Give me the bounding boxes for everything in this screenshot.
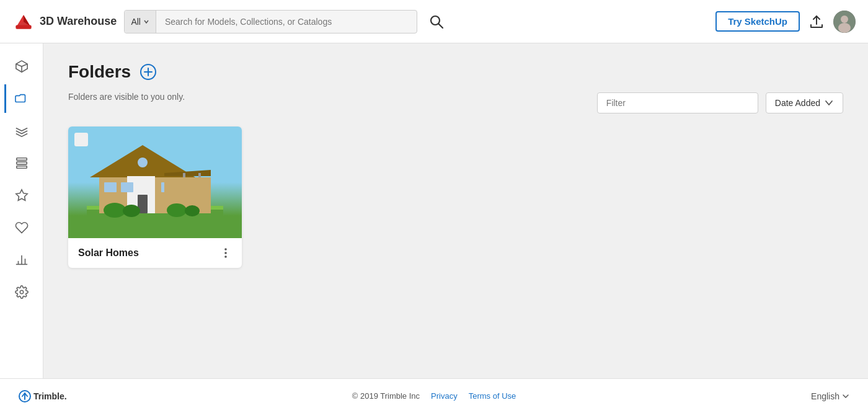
search-button[interactable]: [422, 14, 451, 30]
folder-name: Solar Homes: [78, 247, 139, 259]
svg-point-9: [838, 23, 851, 33]
svg-point-40: [137, 157, 148, 168]
folder-card[interactable]: Solar Homes: [68, 127, 242, 268]
stack-icon: [15, 156, 29, 170]
header-right: Try SketchUp: [715, 11, 856, 33]
svg-text:Trimble.: Trimble.: [33, 391, 67, 401]
language-label: English: [811, 391, 839, 401]
content-area: Folders Folders are visible to you only.…: [43, 43, 868, 378]
filter-label: All: [131, 17, 141, 27]
svg-point-38: [167, 203, 187, 217]
copyright-text: © 2019 Trimble Inc: [352, 391, 420, 401]
svg-rect-12: [16, 166, 27, 169]
sidebar-item-likes[interactable]: [6, 213, 37, 242]
sidebar-item-models[interactable]: [6, 52, 37, 81]
svg-point-37: [123, 205, 140, 217]
try-sketchup-button[interactable]: Try SketchUp: [715, 11, 800, 32]
footer-center: © 2019 Trimble Inc Privacy Terms of Use: [352, 391, 516, 401]
logo-area: 3D Warehouse: [12, 11, 117, 33]
sidebar-item-settings[interactable]: [6, 278, 37, 306]
trimble-logo: Trimble.: [19, 388, 74, 404]
cube-icon: [15, 60, 29, 73]
sidebar-item-folders[interactable]: [4, 84, 37, 113]
language-selector[interactable]: English: [811, 391, 849, 401]
more-vert-icon: [219, 247, 232, 259]
footer: Trimble. © 2019 Trimble Inc Privacy Term…: [0, 378, 868, 413]
svg-line-6: [438, 24, 443, 28]
add-folder-button[interactable]: [140, 63, 157, 81]
folder-icon: [15, 92, 29, 105]
page-title: Folders: [68, 62, 131, 82]
filter-input[interactable]: [597, 92, 758, 113]
chevron-down-icon: [842, 393, 849, 400]
logo-icon: [12, 11, 35, 33]
search-input[interactable]: [156, 17, 417, 27]
privacy-link[interactable]: Privacy: [431, 391, 458, 401]
layers-icon: [15, 124, 29, 138]
logo-text: 3D Warehouse: [40, 15, 117, 28]
svg-rect-11: [16, 162, 27, 164]
sidebar-item-analytics[interactable]: [6, 246, 37, 274]
svg-point-43: [224, 255, 227, 258]
svg-rect-4: [16, 25, 31, 29]
folder-checkbox[interactable]: [74, 133, 88, 146]
search-filter-button[interactable]: All: [125, 11, 156, 33]
folder-menu-button[interactable]: [219, 247, 232, 259]
page-title-row: Folders: [68, 62, 843, 82]
svg-point-39: [185, 205, 200, 216]
main-layout: Folders Folders are visible to you only.…: [0, 43, 868, 378]
svg-rect-10: [16, 158, 27, 161]
svg-point-42: [224, 252, 227, 254]
search-bar: All: [124, 10, 417, 33]
heart-icon: [15, 221, 29, 234]
avatar[interactable]: [833, 11, 856, 33]
terms-link[interactable]: Terms of Use: [469, 391, 516, 401]
search-icon: [428, 14, 445, 30]
folders-subtitle: Folders are visible to you only.: [68, 92, 185, 102]
folder-grid: Solar Homes: [68, 127, 843, 268]
folder-card-footer: Solar Homes: [68, 238, 242, 268]
svg-marker-13: [16, 190, 27, 200]
chart-icon: [15, 253, 29, 267]
header: 3D Warehouse All Try SketchUp: [0, 0, 868, 43]
svg-point-41: [224, 248, 227, 251]
avatar-image: [833, 11, 856, 33]
sidebar-item-favorites[interactable]: [6, 181, 37, 210]
svg-point-36: [104, 203, 126, 218]
upload-button[interactable]: [808, 14, 825, 30]
svg-point-8: [841, 16, 848, 23]
svg-rect-29: [121, 182, 133, 192]
sort-button[interactable]: Date Added: [766, 92, 843, 113]
svg-rect-28: [104, 182, 117, 192]
plus-circle-icon: [140, 63, 157, 81]
svg-point-18: [20, 290, 24, 294]
sort-down-icon: [824, 98, 834, 108]
gear-icon: [15, 285, 29, 299]
star-icon: [15, 189, 29, 202]
sidebar: [0, 43, 43, 378]
sort-label: Date Added: [775, 98, 820, 108]
house-illustration: [87, 139, 223, 238]
upload-icon: [808, 14, 825, 30]
sidebar-item-collections[interactable]: [6, 117, 37, 145]
trimble-logo-svg: Trimble.: [19, 388, 74, 404]
folder-card-thumbnail: [68, 127, 242, 238]
sidebar-item-stack[interactable]: [6, 149, 37, 177]
chevron-down-icon: [143, 19, 149, 25]
footer-right: English: [811, 391, 849, 401]
